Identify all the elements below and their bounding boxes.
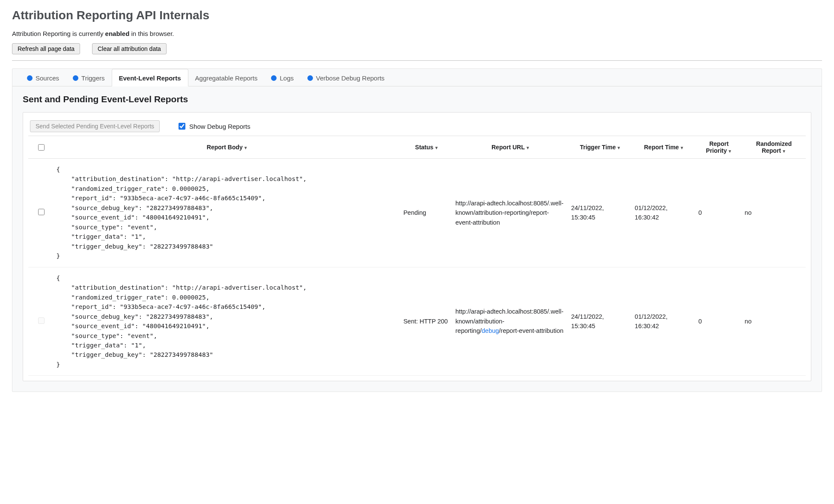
col-label: Report Time — [644, 144, 679, 151]
tab-label: Aggregatable Reports — [195, 74, 258, 82]
cell-trigger-time: 24/11/2022, 15:30:45 — [569, 159, 632, 267]
tab-aggregatable-reports[interactable]: Aggregatable Reports — [188, 69, 265, 86]
status-line: Attribution Reporting is currently enabl… — [12, 30, 822, 37]
sort-icon: ▼ — [680, 145, 684, 150]
divider — [12, 60, 822, 61]
col-report-url[interactable]: Report URL▼ — [453, 136, 569, 159]
status-prefix: Attribution Reporting is currently — [12, 30, 105, 37]
tab-label: Logs — [280, 74, 294, 82]
url-debug-segment: debug — [482, 327, 499, 334]
tab-triggers[interactable]: Triggers — [66, 69, 111, 86]
dot-icon — [307, 75, 313, 81]
status-suffix: in this browser. — [129, 30, 174, 37]
tabs: Sources Triggers Event-Level Reports Agg… — [12, 69, 822, 86]
table-row: { "attribution_destination": "http://ara… — [28, 267, 806, 376]
col-label: Report Priority — [706, 140, 729, 154]
sort-icon: ▼ — [434, 145, 438, 150]
cell-report-priority: 0 — [696, 159, 742, 267]
row-checkbox — [38, 317, 45, 324]
col-report-body[interactable]: Report Body▼ — [54, 136, 401, 159]
select-all-checkbox[interactable] — [38, 144, 45, 151]
dot-icon — [73, 75, 78, 81]
cell-report-url: http://arapi-adtech.localhost:8085/.well… — [453, 159, 569, 267]
tab-event-level-reports[interactable]: Event-Level Reports — [112, 69, 188, 86]
tab-logs[interactable]: Logs — [264, 69, 301, 86]
col-report-priority[interactable]: Report Priority▼ — [696, 136, 742, 159]
col-label: Trigger Time — [580, 144, 616, 151]
sort-icon: ▼ — [728, 149, 732, 154]
tab-label: Event-Level Reports — [119, 74, 181, 82]
col-report-time[interactable]: Report Time▼ — [632, 136, 696, 159]
cell-randomized-report: no — [742, 159, 806, 267]
report-body: { "attribution_destination": "http://ara… — [56, 165, 398, 261]
sort-icon: ▼ — [617, 145, 621, 150]
cell-report-time: 01/12/2022, 16:30:42 — [632, 159, 696, 267]
clear-button[interactable]: Clear all attribution data — [92, 43, 167, 54]
tab-label: Sources — [36, 74, 59, 82]
show-debug-label: Show Debug Reports — [189, 123, 250, 130]
tab-sources[interactable]: Sources — [20, 69, 66, 86]
col-label: Randomized Report — [756, 140, 792, 154]
tab-label: Triggers — [81, 74, 104, 82]
cell-status: Pending — [401, 159, 453, 267]
section-title: Sent and Pending Event-Level Reports — [23, 94, 822, 104]
report-area: Send Selected Pending Event-Level Report… — [23, 112, 811, 381]
reports-table: Report Body▼ Status▼ Report URL▼ Trigger… — [28, 136, 806, 376]
col-select-all[interactable] — [28, 136, 54, 159]
tab-panel: Sources Triggers Event-Level Reports Agg… — [12, 68, 822, 392]
col-status[interactable]: Status▼ — [401, 136, 453, 159]
cell-report-time: 01/12/2022, 16:30:42 — [632, 267, 696, 376]
cell-status: Sent: HTTP 200 — [401, 267, 453, 376]
col-trigger-time[interactable]: Trigger Time▼ — [569, 136, 632, 159]
tab-label: Verbose Debug Reports — [316, 74, 384, 82]
sort-icon: ▼ — [526, 145, 530, 150]
col-randomized-report[interactable]: Randomized Report▼ — [742, 136, 806, 159]
sort-icon: ▼ — [244, 145, 248, 150]
row-checkbox[interactable] — [38, 209, 45, 215]
cell-report-priority: 0 — [696, 267, 742, 376]
sort-icon: ▼ — [782, 149, 786, 154]
report-body: { "attribution_destination": "http://ara… — [56, 273, 398, 370]
tab-verbose-debug-reports[interactable]: Verbose Debug Reports — [301, 69, 391, 86]
refresh-button[interactable]: Refresh all page data — [12, 43, 80, 54]
dot-icon — [27, 75, 33, 81]
col-label: Report Body — [207, 144, 243, 151]
page-title: Attribution Reporting API Internals — [12, 9, 822, 22]
status-state: enabled — [105, 30, 130, 37]
table-row: { "attribution_destination": "http://ara… — [28, 159, 806, 267]
show-debug-toggle[interactable]: Show Debug Reports — [177, 122, 250, 131]
cell-trigger-time: 24/11/2022, 15:30:45 — [569, 267, 632, 376]
col-label: Status — [415, 144, 434, 151]
send-selected-button[interactable]: Send Selected Pending Event-Level Report… — [30, 120, 160, 132]
cell-randomized-report: no — [742, 267, 806, 376]
col-label: Report URL — [491, 144, 525, 151]
dot-icon — [271, 75, 277, 81]
cell-report-url: http://arapi-adtech.localhost:8085/.well… — [453, 267, 569, 376]
show-debug-checkbox[interactable] — [179, 123, 185, 130]
